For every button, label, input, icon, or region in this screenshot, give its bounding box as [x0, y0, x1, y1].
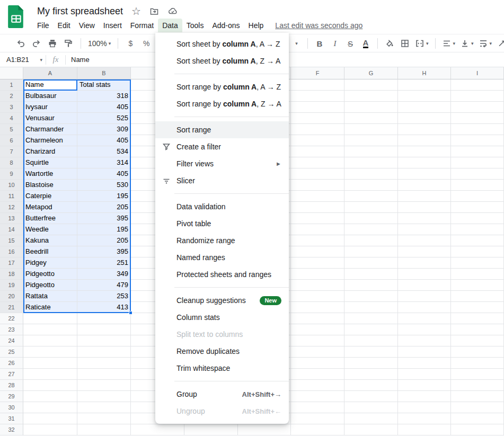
cell-B3[interactable]: 405 — [77, 102, 131, 113]
cell-B4[interactable]: 525 — [77, 113, 131, 124]
text-rotation-button[interactable] — [495, 37, 504, 50]
row-header-22[interactable]: 22 — [0, 313, 23, 324]
cell-H10[interactable] — [398, 180, 451, 191]
cell-A7[interactable]: Charizard — [23, 146, 77, 157]
star-icon[interactable]: ☆ — [131, 6, 141, 16]
cell-H8[interactable] — [398, 157, 451, 168]
menu-item-randomize-range[interactable]: Randomize range — [155, 232, 289, 249]
cell-B7[interactable]: 534 — [77, 146, 131, 157]
cell-B18[interactable]: 349 — [77, 269, 131, 280]
cell-G10[interactable] — [344, 180, 398, 191]
cell-H11[interactable] — [398, 191, 451, 202]
cell-G16[interactable] — [344, 246, 398, 257]
cell-I8[interactable] — [451, 157, 504, 168]
cell-I9[interactable] — [451, 168, 504, 180]
cell-A4[interactable]: Venusaur — [23, 113, 77, 124]
cell-H3[interactable] — [398, 102, 451, 113]
row-header-18[interactable]: 18 — [0, 269, 23, 280]
cell-G7[interactable] — [344, 146, 398, 157]
cell-H14[interactable] — [398, 224, 451, 235]
row-header-29[interactable]: 29 — [0, 391, 23, 402]
text-color-button[interactable]: A — [359, 37, 373, 50]
cell-F9[interactable] — [291, 168, 344, 180]
cell-G17[interactable] — [344, 257, 398, 269]
cell-H23[interactable] — [398, 324, 451, 335]
cell-I7[interactable] — [451, 146, 504, 157]
cell-I24[interactable] — [451, 335, 504, 346]
cell-A15[interactable]: Kakuna — [23, 235, 77, 246]
cell-F21[interactable] — [291, 302, 344, 313]
cell-B19[interactable]: 479 — [77, 280, 131, 291]
cell-H30[interactable] — [398, 402, 451, 413]
cell-B21[interactable]: 413 — [77, 302, 131, 313]
cell-G25[interactable] — [344, 346, 398, 358]
cell-A18[interactable]: Pidgeotto — [23, 269, 77, 280]
fill-handle[interactable] — [129, 311, 132, 315]
cell-A24[interactable] — [23, 335, 77, 346]
cell-F8[interactable] — [291, 157, 344, 168]
cell-A6[interactable]: Charmeleon — [23, 135, 77, 146]
cell-C32[interactable] — [131, 424, 184, 435]
cell-G9[interactable] — [344, 168, 398, 180]
cell-B8[interactable]: 314 — [77, 157, 131, 168]
cell-H20[interactable] — [398, 291, 451, 302]
cell-I3[interactable] — [451, 102, 504, 113]
cell-F4[interactable] — [291, 113, 344, 124]
cell-B26[interactable] — [77, 358, 131, 369]
menu-item-trim-whitespace[interactable]: Trim whitespace — [155, 360, 289, 377]
cell-I4[interactable] — [451, 113, 504, 124]
cell-B6[interactable]: 405 — [77, 135, 131, 146]
menu-item-protected-sheets-and-ranges[interactable]: Protected sheets and ranges — [155, 266, 289, 283]
cell-F19[interactable] — [291, 280, 344, 291]
cell-H29[interactable] — [398, 391, 451, 402]
cell-A11[interactable]: Caterpie — [23, 191, 77, 202]
cell-H5[interactable] — [398, 124, 451, 135]
menubar-item-edit[interactable]: Edit — [54, 19, 75, 32]
cell-H25[interactable] — [398, 346, 451, 358]
cell-I16[interactable] — [451, 246, 504, 257]
cell-B5[interactable]: 309 — [77, 124, 131, 135]
cell-B2[interactable]: 318 — [77, 91, 131, 102]
cell-A19[interactable]: Pidgeotto — [23, 280, 77, 291]
cell-A17[interactable]: Pidgey — [23, 257, 77, 269]
cell-G4[interactable] — [344, 113, 398, 124]
cell-H9[interactable] — [398, 168, 451, 180]
cell-H4[interactable] — [398, 113, 451, 124]
cell-I14[interactable] — [451, 224, 504, 235]
menubar-item-data[interactable]: Data — [158, 19, 182, 32]
menu-item-sort-range-a-z[interactable]: Sort range by column A, A → Z — [155, 78, 289, 95]
horizontal-align-button[interactable]: ▾ — [440, 37, 457, 50]
cell-A13[interactable]: Butterfree — [23, 213, 77, 224]
cell-E32[interactable] — [238, 424, 291, 435]
row-header-27[interactable]: 27 — [0, 369, 23, 380]
zoom-select-button[interactable]: 100%▾ — [86, 37, 112, 50]
cell-G8[interactable] — [344, 157, 398, 168]
menubar-item-view[interactable]: View — [75, 19, 99, 32]
cell-I11[interactable] — [451, 191, 504, 202]
cell-B29[interactable] — [77, 391, 131, 402]
cell-I19[interactable] — [451, 280, 504, 291]
cell-H26[interactable] — [398, 358, 451, 369]
cell-B31[interactable] — [77, 413, 131, 424]
menubar-item-file[interactable]: File — [33, 19, 54, 32]
menubar-item-addons[interactable]: Add-ons — [208, 19, 244, 32]
cell-I20[interactable] — [451, 291, 504, 302]
column-header-g[interactable]: G — [344, 67, 398, 79]
cell-A21[interactable]: Raticate — [23, 302, 77, 313]
cell-H31[interactable] — [398, 413, 451, 424]
cell-H13[interactable] — [398, 213, 451, 224]
row-header-3[interactable]: 3 — [0, 102, 23, 113]
cell-B25[interactable] — [77, 346, 131, 358]
cell-G21[interactable] — [344, 302, 398, 313]
cell-F17[interactable] — [291, 257, 344, 269]
menu-item-slicer[interactable]: Slicer — [155, 172, 289, 189]
cell-I30[interactable] — [451, 402, 504, 413]
move-to-folder-icon[interactable] — [149, 6, 159, 16]
cell-H1[interactable] — [398, 79, 451, 91]
cell-B10[interactable]: 530 — [77, 180, 131, 191]
cell-I27[interactable] — [451, 369, 504, 380]
document-title[interactable]: My first spreadsheet — [37, 6, 123, 17]
cell-A14[interactable]: Weedle — [23, 224, 77, 235]
column-header-h[interactable]: H — [398, 67, 451, 79]
cell-F16[interactable] — [291, 246, 344, 257]
